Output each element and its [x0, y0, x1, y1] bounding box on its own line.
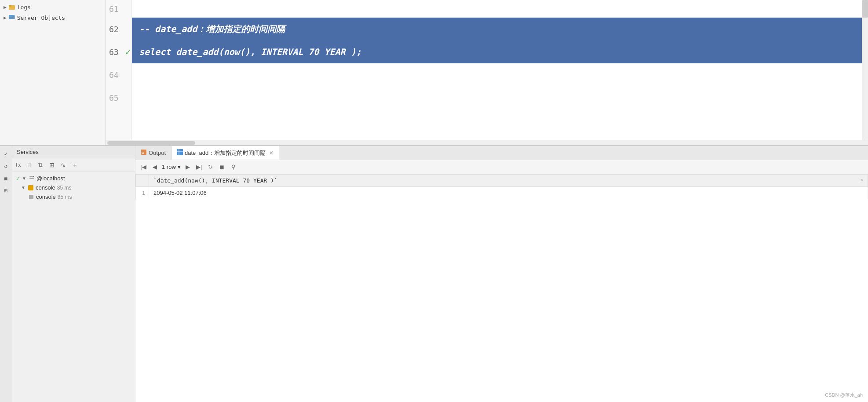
side-icons: ✓ ↺ ◼ ⊞ — [0, 146, 12, 402]
console-parent-icon — [28, 185, 34, 191]
tree-item-console-child[interactable]: console 85 ms — [12, 192, 135, 201]
localhost-label: @localhost — [36, 175, 65, 182]
console-parent-timing: 85 ms — [57, 185, 72, 191]
tab-output-label: Output — [149, 150, 166, 156]
localhost-icon — [29, 175, 35, 182]
data-table: `date_add(now(), INTERVAL 70 YEAR )` ⇅ 1… — [135, 174, 868, 199]
refresh-button[interactable]: ↻ — [206, 163, 215, 172]
sidebar-item-logs[interactable]: ▶ logs — [0, 2, 105, 12]
sidebar-item-server-label: Server Objects — [17, 15, 66, 21]
svg-point-5 — [14, 18, 15, 18]
row-count-label: 1 row — [162, 164, 176, 170]
toolbar-btn-grid[interactable]: ⊞ — [47, 160, 57, 170]
code-line-63: select date_add(now(), INTERVAL 70 YEAR … — [132, 40, 862, 63]
svg-rect-7 — [29, 178, 34, 179]
line-numbers: 61 62 63 ✓ 64 65 — [106, 0, 132, 140]
toolbar-btn-align-bottom[interactable]: ⇅ — [36, 160, 45, 170]
results-toolbar: |◀ ◀ 1 row ▾ ▶ ▶| ↻ ◼ ⚲ — [135, 160, 868, 174]
logs-folder-icon — [8, 4, 15, 11]
tab-close-button[interactable]: ✕ — [269, 150, 274, 156]
output-icon: O — [141, 149, 147, 157]
toolbar-btn-add[interactable]: + — [70, 160, 80, 170]
sort-icon[interactable]: ⇅ — [861, 177, 863, 182]
server-arrow-icon: ▶ — [4, 15, 7, 21]
sidebar: ▶ logs ▶ Server Objects — [0, 0, 106, 145]
stop-button[interactable]: ◼ — [218, 163, 226, 172]
tree-item-localhost[interactable]: ✓ ▼ @localhost — [12, 174, 135, 183]
services-tree: ✓ ▼ @localhost ▼ console 85 ms — [12, 172, 135, 402]
line-number-62: 62 — [106, 18, 131, 40]
code-line-62: -- date_add：增加指定的时间间隔 — [132, 18, 862, 40]
logs-arrow-icon: ▶ — [4, 4, 7, 10]
localhost-arrow-icon: ▼ — [22, 176, 27, 181]
table-icon — [177, 149, 183, 157]
line-63-checkmark: ✓ — [125, 47, 131, 57]
sidebar-item-logs-label: logs — [17, 4, 31, 11]
scrollbar-thumb[interactable] — [862, 0, 868, 18]
tx-label: Tx — [15, 162, 21, 168]
console-child-icon — [28, 194, 34, 200]
horizontal-scrollbar[interactable] — [106, 140, 868, 145]
code-line-64 — [132, 63, 862, 86]
services-toolbar: Tx ≡ ⇅ ⊞ ∿ + — [12, 158, 135, 172]
side-icon-stop[interactable]: ◼ — [1, 173, 11, 183]
svg-text:O: O — [142, 151, 144, 155]
tab-date-add-label: date_add：增加指定的时间间隔 — [185, 149, 266, 157]
table-row: 1 2094-05-02 11:07:06 — [136, 187, 868, 199]
localhost-check-icon: ✓ — [16, 175, 20, 182]
line-number-64: 64 — [106, 63, 131, 86]
h-scrollbar-thumb[interactable] — [107, 141, 195, 145]
line-number-63: 63 ✓ — [106, 40, 131, 63]
console-parent-arrow-icon: ▼ — [21, 185, 26, 190]
console-parent-label: console — [36, 184, 55, 191]
row-num-header — [136, 175, 149, 187]
console-child-label: console — [36, 194, 56, 200]
svg-rect-11 — [177, 149, 183, 155]
row-count-dropdown-icon[interactable]: ▾ — [178, 164, 181, 170]
code-line-65 — [132, 86, 862, 109]
vertical-scrollbar[interactable] — [862, 0, 868, 140]
line-number-65: 65 — [106, 86, 131, 109]
pin-button[interactable]: ⚲ — [229, 163, 238, 172]
side-icon-grid[interactable]: ⊞ — [1, 186, 11, 195]
toolbar-btn-align-top[interactable]: ≡ — [24, 160, 34, 170]
code-editor[interactable]: 61 62 63 ✓ 64 65 -- — [106, 0, 868, 140]
first-page-button[interactable]: |◀ — [139, 163, 148, 172]
code-content[interactable]: -- date_add：增加指定的时间间隔 select date_add(no… — [132, 0, 862, 140]
row-number-1: 1 — [136, 187, 149, 199]
svg-rect-1 — [9, 5, 11, 7]
side-icon-refresh[interactable]: ↺ — [1, 161, 11, 171]
editor-area: 61 62 63 ✓ 64 65 -- — [106, 0, 868, 145]
line-number-61: 61 — [106, 0, 131, 18]
row-count-selector[interactable]: 1 row ▾ — [162, 164, 181, 170]
code-line-61 — [132, 0, 862, 18]
svg-point-4 — [14, 15, 15, 16]
side-icon-check[interactable]: ✓ — [1, 149, 11, 158]
next-page-button[interactable]: ▶ — [183, 163, 192, 172]
console-child-timing: 85 ms — [58, 194, 72, 200]
services-header: Services — [12, 146, 135, 158]
bottom-area: ✓ ↺ ◼ ⊞ Services Tx ≡ ⇅ ⊞ ∿ + ✓ ▼ @local… — [0, 145, 868, 402]
results-table: `date_add(now(), INTERVAL 70 YEAR )` ⇅ 1… — [135, 174, 868, 402]
prev-page-button[interactable]: ◀ — [150, 163, 159, 172]
tab-output[interactable]: O Output — [135, 146, 171, 160]
col-date-add: `date_add(now(), INTERVAL 70 YEAR )` ⇅ — [149, 175, 868, 187]
results-tabs: O Output date_add：增加指定的时间间隔 ✕ — [135, 146, 868, 160]
cell-date-value: 2094-05-02 11:07:06 — [149, 187, 868, 199]
sidebar-item-server-objects[interactable]: ▶ Server Objects — [0, 12, 105, 23]
toolbar-btn-wave[interactable]: ∿ — [58, 160, 68, 170]
svg-point-8 — [33, 176, 34, 177]
tab-date-add[interactable]: date_add：增加指定的时间间隔 ✕ — [171, 146, 279, 160]
results-panel: O Output date_add：增加指定的时间间隔 ✕ |◀ ◀ 1 row… — [135, 146, 868, 402]
last-page-button[interactable]: ▶| — [195, 163, 204, 172]
tree-item-console-parent[interactable]: ▼ console 85 ms — [12, 183, 135, 192]
col-date-add-label: `date_add(now(), INTERVAL 70 YEAR )` — [153, 177, 277, 184]
server-icon — [8, 14, 15, 21]
services-panel: Services Tx ≡ ⇅ ⊞ ∿ + ✓ ▼ @localhost ▼ — [12, 146, 135, 402]
